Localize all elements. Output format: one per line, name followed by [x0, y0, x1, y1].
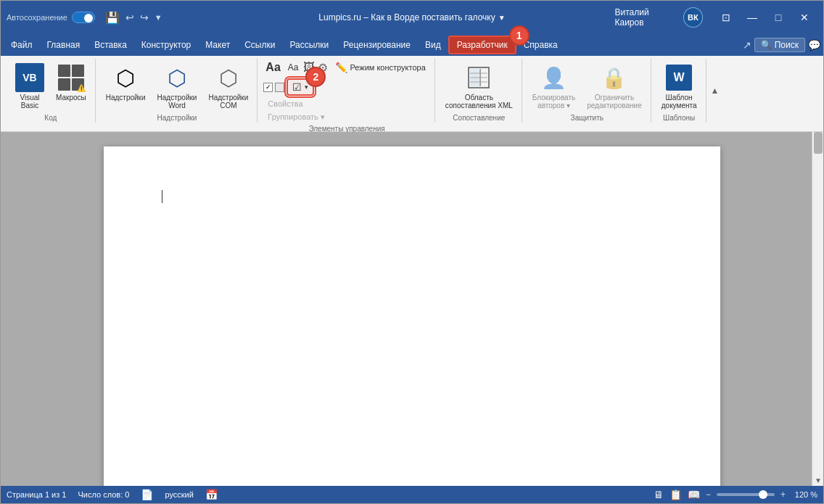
design-mode-button[interactable]: ✏️ Режим конструктора — [331, 60, 429, 75]
macros-button[interactable]: ⚠️ Макросы — [52, 60, 91, 104]
title-dropdown-icon[interactable]: ▼ — [498, 14, 506, 22]
menu-design[interactable]: Конструктор — [134, 37, 198, 53]
ribbon-display-button[interactable]: ⊡ — [713, 7, 739, 28]
group-button[interactable]: Группировать ▾ — [263, 111, 429, 123]
maximize-button[interactable]: □ — [765, 7, 791, 28]
checkbox-row: ✓ ☑ ▾ 2 — [263, 78, 429, 96]
ribbon-group-protect: 👤 Блокироватьавторов ▾ 🔒 Ограничитьредак… — [524, 59, 651, 123]
user-name: Виталий Каиров — [615, 7, 679, 28]
quick-save-icon[interactable]: 💾 — [105, 11, 120, 25]
text-cursor — [162, 190, 162, 203]
restrict-editing-button[interactable]: 🔒 Ограничитьредактирование — [582, 60, 646, 112]
view-print-icon[interactable]: 📋 — [670, 489, 682, 500]
group-label: Группировать ▾ — [268, 112, 325, 122]
spell-check-icon[interactable]: 📅 — [205, 489, 218, 500]
close-button[interactable]: ✕ — [791, 7, 817, 28]
form-checkbox-icon: ☑ — [292, 81, 302, 93]
customize-icon[interactable]: ▼ — [154, 13, 162, 22]
controls-top-row: Aa Aa 🖼 ⚙ ✏️ Режим конструктора — [263, 60, 429, 75]
annotation-badge-2: 2 — [305, 67, 326, 87]
developer-tab[interactable]: Разработчик — [448, 36, 516, 54]
window-controls: ⊡ — □ ✕ — [713, 7, 817, 28]
ribbon-group-templates: W Шаблондокумента Шаблоны — [653, 59, 706, 123]
word-window: Автосохранение 💾 ↩ ↪ ▼ Lumpics.ru – Как … — [0, 0, 824, 504]
ribbon-group-code: VB VisualBasic ⚠️ — [7, 59, 96, 123]
design-mode-icon: ✏️ — [335, 62, 347, 73]
undo-icon[interactable]: ↩ — [125, 12, 134, 23]
menu-layout[interactable]: Макет — [198, 37, 237, 53]
redo-icon[interactable]: ↪ — [140, 12, 149, 23]
status-bar: Страница 1 из 1 Число слов: 0 📄 русский … — [1, 486, 823, 503]
xml-mapping-label: Областьсопоставления XML — [445, 94, 513, 110]
menu-view[interactable]: Вид — [418, 37, 448, 53]
ribbon-expand-arrow[interactable]: ▲ — [711, 59, 720, 123]
ribbon: VB VisualBasic ⚠️ — [1, 56, 823, 132]
menu-home[interactable]: Главная — [40, 37, 88, 53]
mapping-group-label: Сопоставление — [441, 112, 517, 123]
xml-mapping-button[interactable]: Областьсопоставления XML — [441, 60, 517, 112]
addins-label: Надстройки — [106, 94, 146, 102]
block-authors-button[interactable]: 👤 Блокироватьавторов ▾ — [528, 60, 580, 112]
search-box[interactable]: 🔍 Поиск — [754, 38, 805, 52]
title-bar: Автосохранение 💾 ↩ ↪ ▼ Lumpics.ru – Как … — [1, 1, 823, 34]
controls-group-items: Aa Aa 🖼 ⚙ ✏️ Режим конструктора ✓ — [263, 60, 429, 123]
com-addins-button[interactable]: ⬡ НадстройкиCOM — [204, 60, 252, 112]
share-icon[interactable]: ↗ — [743, 39, 751, 51]
zoom-out-icon[interactable]: − — [706, 489, 711, 500]
addins-group-items: ⬡ Надстройки ⬡ НадстройкиWord ⬡ Надстрой… — [102, 60, 253, 112]
title-bar-center: Lumpics.ru – Как в Ворде поставить галоч… — [210, 12, 615, 22]
word-addins-button[interactable]: ⬡ НадстройкиWord — [153, 60, 202, 112]
checkbox-btn-wrapper: ☑ ▾ 2 — [287, 78, 314, 96]
zoom-in-icon[interactable]: + — [780, 489, 786, 500]
document-page[interactable] — [104, 146, 720, 486]
search-label: Поиск — [775, 40, 799, 50]
block-authors-icon: 👤 — [540, 63, 569, 92]
language: русский — [165, 490, 193, 499]
menu-bar: Файл Главная Вставка Конструктор Макет С… — [1, 34, 823, 56]
warning-badge: ⚠️ — [77, 84, 86, 92]
menu-mailings[interactable]: Рассылки — [282, 37, 336, 53]
menu-file[interactable]: Файл — [4, 37, 40, 53]
title-bar-right: Виталий Каиров ВК ⊡ — □ ✕ — [615, 7, 818, 28]
aa-button-large[interactable]: Aa — [263, 61, 282, 74]
vertical-scrollbar[interactable]: ▲ ▼ — [812, 132, 823, 486]
page-info: Страница 1 из 1 — [7, 490, 66, 499]
document-template-button[interactable]: W Шаблондокумента — [657, 60, 701, 112]
dropdown-arrow: ▾ — [305, 83, 308, 91]
word-addins-icon: ⬡ — [162, 63, 191, 92]
addins-icon: ⬡ — [111, 63, 140, 92]
protect-group-items: 👤 Блокироватьавторов ▾ 🔒 Ограничитьредак… — [528, 60, 646, 112]
track-changes-icon[interactable]: 📄 — [141, 489, 153, 500]
addins-button[interactable]: ⬡ Надстройки — [102, 60, 150, 104]
word-count: Число слов: 0 — [78, 490, 129, 499]
developer-tab-wrapper: Разработчик 1 — [448, 36, 516, 54]
word-addins-label: НадстройкиWord — [157, 94, 197, 110]
ribbon-group-addins: ⬡ Надстройки ⬡ НадстройкиWord ⬡ Надстрой… — [97, 59, 258, 123]
view-read-icon[interactable]: 📖 — [688, 489, 700, 500]
properties-group-row: Свойства Группировать ▾ — [263, 98, 429, 123]
document-area: ▲ ▼ — [1, 132, 823, 486]
status-right: 🖥 📋 📖 − + 120 % — [654, 489, 817, 500]
visual-basic-label: VisualBasic — [20, 94, 39, 110]
code-group-label: Код — [11, 112, 91, 123]
menu-insert[interactable]: Вставка — [87, 37, 134, 53]
minimize-button[interactable]: — — [739, 7, 765, 28]
user-avatar[interactable]: ВК — [683, 7, 703, 28]
annotation-badge-1: 1 — [509, 25, 530, 46]
menu-references[interactable]: Ссылки — [237, 37, 282, 53]
aa-button-small[interactable]: Aa — [286, 62, 301, 73]
templates-group-items: W Шаблондокумента — [657, 60, 701, 112]
autosave-toggle[interactable] — [72, 12, 95, 23]
scroll-thumb[interactable] — [814, 132, 823, 154]
controls-left: Aa Aa 🖼 ⚙ ✏️ Режим конструктора ✓ — [263, 60, 429, 123]
document-scroll — [1, 132, 823, 486]
visual-basic-button[interactable]: VB VisualBasic — [11, 60, 49, 112]
view-web-icon[interactable]: 🖥 — [654, 489, 664, 500]
menu-review[interactable]: Рецензирование — [336, 37, 418, 53]
document-title: Lumpics.ru – Как в Ворде поставить галоч… — [318, 12, 495, 22]
comment-icon[interactable]: 💬 — [808, 39, 820, 51]
zoom-slider[interactable] — [717, 493, 775, 496]
properties-button[interactable]: Свойства — [263, 98, 429, 110]
scroll-down-button[interactable]: ▼ — [812, 474, 823, 486]
zoom-level: 120 % — [791, 490, 817, 499]
